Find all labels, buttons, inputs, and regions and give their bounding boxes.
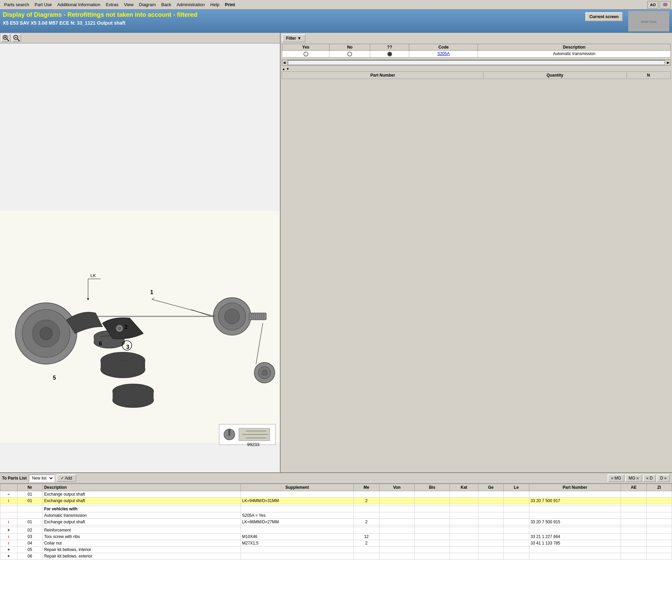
header-logo: BMW Parts	[628, 11, 669, 31]
cell-ae	[621, 491, 646, 498]
parts-table-scroll[interactable]: Nr Description Supplement Me Von Bis Kat…	[0, 484, 672, 610]
cell-nr: 01	[17, 519, 42, 525]
filter-radio-yes[interactable]	[282, 51, 329, 57]
col-le: Le	[504, 484, 529, 491]
scroll-right-arrow[interactable]: ►	[666, 60, 670, 65]
to-parts-list-label: To Parts List	[2, 476, 27, 481]
col-description: Description	[42, 484, 241, 491]
col-zi: ZI	[646, 484, 672, 491]
menu-bar: Parts search Part Use Additional Informa…	[0, 0, 672, 10]
flag-icon[interactable]: 🇬🇧	[660, 1, 671, 9]
svg-text:LK: LK	[90, 273, 96, 278]
table-row: i 04 Collar nut M27X1,5 2 33 41 1 133 78…	[0, 540, 672, 547]
cell-supplement	[241, 527, 354, 534]
cell-von	[379, 512, 414, 519]
cell-me: 12	[354, 534, 379, 540]
cell-von	[379, 527, 414, 534]
filter-hscroll[interactable]: ◄ ►	[282, 60, 671, 66]
filter-table: Yes No ?? Code Description S205A	[282, 44, 671, 57]
cell-description: Repair kit bellows, exterior	[42, 553, 241, 560]
nav-mg-next[interactable]: MG »	[625, 474, 642, 482]
svg-text:6: 6	[99, 341, 102, 346]
col-n: N	[626, 71, 670, 79]
cell-supplement: M10X46	[241, 534, 354, 540]
cell-le	[504, 534, 529, 540]
cell-ge	[478, 491, 503, 498]
table-row: + 06 Repair kit bellows, exterior	[0, 553, 672, 560]
cell-bis	[414, 553, 450, 560]
zoom-in-button[interactable]	[1, 34, 11, 42]
cell-bis	[414, 491, 450, 498]
cell-von	[379, 506, 414, 512]
cell-von	[379, 498, 414, 504]
cell-bis	[414, 547, 450, 553]
cell-bis	[414, 540, 450, 547]
filter-radio-maybe[interactable]	[370, 51, 409, 57]
menu-extras[interactable]: Extras	[103, 1, 121, 8]
menu-additional-info[interactable]: Additional Information	[55, 1, 103, 8]
cell-le	[504, 547, 529, 553]
menu-parts-search[interactable]: Parts search	[1, 1, 32, 8]
cell-kat	[450, 553, 478, 560]
cell-part-number	[529, 512, 621, 519]
scroll-left-arrow[interactable]: ◄	[282, 60, 286, 65]
filter-col-desc: Description	[478, 44, 671, 51]
cell-part-number: 33 41 1 133 785	[529, 540, 621, 547]
cell-bis	[414, 512, 450, 519]
ao-icon[interactable]: AO	[647, 1, 658, 9]
new-list-select[interactable]: New list	[29, 474, 54, 482]
cell-prefix: i	[0, 540, 17, 547]
cell-ae	[621, 506, 646, 512]
menu-part-use[interactable]: Part Use	[32, 1, 55, 8]
zoom-out-button[interactable]	[12, 34, 21, 42]
cell-bis	[414, 519, 450, 525]
table-header-row: Nr Description Supplement Me Von Bis Kat…	[0, 484, 672, 491]
col-ge: Ge	[478, 484, 503, 491]
table-row: i 01 Exchange output shaft LK=86MM/D=27M…	[0, 519, 672, 525]
cell-nr: 05	[17, 547, 42, 553]
nav-d-next[interactable]: D »	[657, 474, 670, 482]
cell-ge	[478, 547, 503, 553]
right-down-arrow[interactable]: ▼	[286, 67, 289, 71]
hscroll-track[interactable]	[288, 60, 665, 65]
menu-diagram[interactable]: Diagram	[136, 1, 158, 8]
add-button[interactable]: ✓ Add	[56, 474, 76, 482]
col-part-number: Part Number	[282, 71, 483, 79]
header: Display of Diagrams - Retrofittings not …	[0, 10, 672, 33]
subtitle-bold: 33_1121 Output shaft	[77, 20, 126, 26]
menu-administration[interactable]: Administration	[174, 1, 207, 8]
cell-description: Exchange output shaft	[42, 498, 241, 504]
cell-von	[379, 553, 414, 560]
filter-radio-no[interactable]	[329, 51, 370, 57]
nav-mg-prev[interactable]: « MG	[608, 474, 624, 482]
cell-bis	[414, 506, 450, 512]
menu-back[interactable]: Back	[158, 1, 174, 8]
cell-bis	[414, 498, 450, 504]
cell-le	[504, 519, 529, 525]
logo-image: BMW Parts	[628, 11, 669, 31]
current-screen-button[interactable]: Current screen	[585, 12, 623, 21]
right-up-arrow[interactable]: ▲	[282, 67, 285, 71]
cell-zi	[646, 498, 672, 504]
cell-description: Reinforcement	[42, 527, 241, 534]
svg-rect-56	[228, 429, 230, 436]
new-list-control: New list	[29, 474, 54, 482]
table-row: + 05 Repair kit bellows, interior	[0, 547, 672, 553]
filter-code[interactable]: S205A	[409, 51, 478, 57]
cell-von	[379, 547, 414, 553]
header-text: Display of Diagrams - Retrofittings not …	[3, 11, 197, 26]
menu-view[interactable]: View	[121, 1, 136, 8]
content-area: 1 LK	[0, 33, 672, 616]
filter-button[interactable]: Filter ▼	[282, 34, 306, 42]
cell-le	[504, 491, 529, 498]
cell-supplement: LK=94MM/D=31MM	[241, 498, 354, 504]
cell-ge	[478, 512, 503, 519]
menu-help[interactable]: Help	[208, 1, 222, 8]
cell-part-number	[529, 553, 621, 560]
nav-d-prev[interactable]: « D	[643, 474, 656, 482]
cell-von	[379, 540, 414, 547]
cell-ge	[478, 498, 503, 504]
cell-zi	[646, 506, 672, 512]
menu-print[interactable]: Print	[222, 1, 238, 8]
cell-le	[504, 506, 529, 512]
